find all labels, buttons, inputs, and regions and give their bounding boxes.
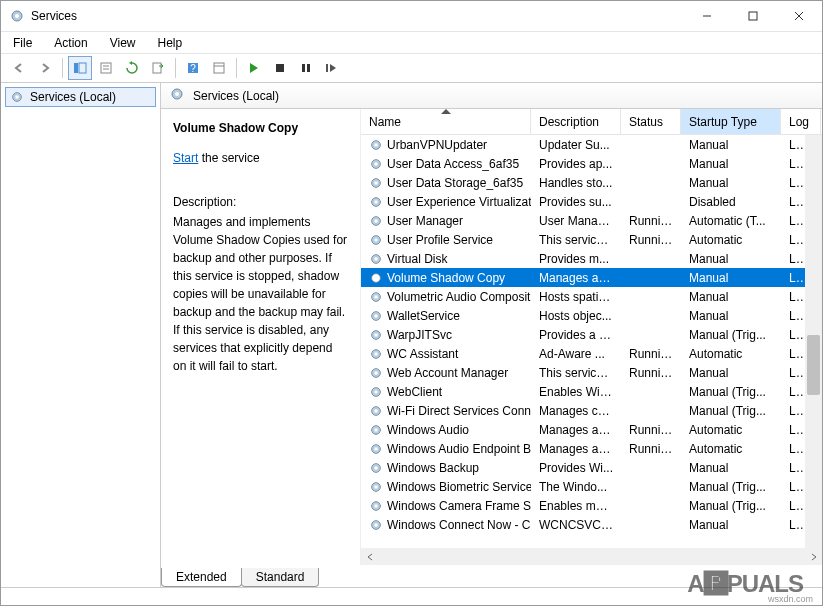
close-button[interactable]: [776, 1, 822, 31]
service-row[interactable]: User Data Storage_6af35Handles sto...Man…: [361, 173, 822, 192]
service-row[interactable]: User ManagerUser Manag...RunningAutomati…: [361, 211, 822, 230]
service-description: Provides su...: [531, 195, 621, 209]
service-startup: Manual: [681, 271, 781, 285]
description-text: Manages and implements Volume Shadow Cop…: [173, 213, 348, 375]
svg-rect-11: [153, 63, 161, 73]
gear-icon: [369, 195, 383, 209]
gear-icon: [369, 461, 383, 475]
service-row[interactable]: User Profile ServiceThis service ...Runn…: [361, 230, 822, 249]
back-button[interactable]: [7, 56, 31, 80]
svg-rect-7: [79, 63, 86, 73]
refresh-button[interactable]: [120, 56, 144, 80]
column-header-status[interactable]: Status: [621, 109, 681, 134]
tree-item-services-local[interactable]: Services (Local): [5, 87, 156, 107]
export-button[interactable]: [146, 56, 170, 80]
service-description: Provides m...: [531, 252, 621, 266]
service-startup: Automatic: [681, 423, 781, 437]
service-description: Provides a JI...: [531, 328, 621, 342]
stop-service-button[interactable]: [268, 56, 292, 80]
svg-rect-14: [214, 63, 224, 73]
service-name: Windows Biometric Service: [387, 480, 531, 494]
column-header-description[interactable]: Description: [531, 109, 621, 134]
service-row[interactable]: Windows Camera Frame Se...Enables mul...…: [361, 496, 822, 515]
service-startup: Manual (Trig...: [681, 328, 781, 342]
start-service-button[interactable]: [242, 56, 266, 80]
menu-help[interactable]: Help: [158, 36, 183, 50]
service-status: Running: [621, 347, 681, 361]
service-row[interactable]: WebClientEnables Win...Manual (Trig...Lo…: [361, 382, 822, 401]
list-body[interactable]: UrbanVPNUpdaterUpdater Su...ManualLocaUs…: [361, 135, 822, 548]
svg-rect-19: [326, 64, 328, 72]
service-status: Running: [621, 442, 681, 456]
menu-file[interactable]: File: [13, 36, 32, 50]
service-row[interactable]: Windows Biometric ServiceThe Windo...Man…: [361, 477, 822, 496]
column-header-name[interactable]: Name: [361, 109, 531, 134]
service-description: The Windo...: [531, 480, 621, 494]
svg-point-29: [374, 181, 378, 185]
service-description: Manages au...: [531, 423, 621, 437]
scroll-left-icon[interactable]: [361, 548, 378, 565]
service-description: Hosts spatia...: [531, 290, 621, 304]
service-startup: Automatic: [681, 442, 781, 456]
vertical-scrollbar[interactable]: [805, 135, 822, 548]
gear-icon: [369, 328, 383, 342]
service-status: Running: [621, 423, 681, 437]
service-name: Windows Backup: [387, 461, 479, 475]
forward-button[interactable]: [33, 56, 57, 80]
svg-point-53: [374, 409, 378, 413]
service-status: Running: [621, 233, 681, 247]
service-row[interactable]: Windows BackupProvides Wi...ManualLoca: [361, 458, 822, 477]
service-row[interactable]: Windows Connect Now - C...WCNCSVC ...Man…: [361, 515, 822, 534]
start-suffix: the service: [198, 151, 259, 165]
service-row[interactable]: Wi-Fi Direct Services Conne...Manages co…: [361, 401, 822, 420]
horizontal-scrollbar[interactable]: [361, 548, 822, 565]
service-name: Windows Camera Frame Se...: [387, 499, 531, 513]
minimize-button[interactable]: [684, 1, 730, 31]
service-name: UrbanVPNUpdater: [387, 138, 487, 152]
restart-service-button[interactable]: [320, 56, 344, 80]
service-name: User Data Storage_6af35: [387, 176, 523, 190]
gear-icon: [369, 480, 383, 494]
menu-view[interactable]: View: [110, 36, 136, 50]
service-name: Windows Audio Endpoint B...: [387, 442, 531, 456]
service-description: This service ...: [531, 233, 621, 247]
help-button[interactable]: ?: [181, 56, 205, 80]
svg-point-21: [15, 95, 19, 99]
service-row[interactable]: User Data Access_6af35Provides ap...Manu…: [361, 154, 822, 173]
service-row[interactable]: WarpJITSvcProvides a JI...Manual (Trig..…: [361, 325, 822, 344]
menu-action[interactable]: Action: [54, 36, 87, 50]
maximize-button[interactable]: [730, 1, 776, 31]
properties-button[interactable]: [94, 56, 118, 80]
service-row[interactable]: Volume Shadow CopyManages an...ManualLoc…: [361, 268, 822, 287]
show-hide-tree-button[interactable]: [68, 56, 92, 80]
scrollbar-thumb[interactable]: [807, 335, 820, 395]
svg-point-57: [374, 447, 378, 451]
gear-icon: [369, 233, 383, 247]
svg-point-49: [374, 371, 378, 375]
status-bar: [1, 587, 822, 605]
service-row[interactable]: User Experience Virtualizati...Provides …: [361, 192, 822, 211]
tab-extended[interactable]: Extended: [161, 568, 242, 587]
service-row[interactable]: WC AssistantAd-Aware ...RunningAutomatic…: [361, 344, 822, 363]
service-row[interactable]: Volumetric Audio Composit...Hosts spatia…: [361, 287, 822, 306]
service-row[interactable]: Windows AudioManages au...RunningAutomat…: [361, 420, 822, 439]
toolbar-extra-button[interactable]: [207, 56, 231, 80]
svg-point-59: [374, 466, 378, 470]
svg-rect-3: [749, 12, 757, 20]
service-row[interactable]: UrbanVPNUpdaterUpdater Su...ManualLoca: [361, 135, 822, 154]
tab-standard[interactable]: Standard: [241, 568, 320, 587]
service-row[interactable]: Web Account ManagerThis service ...Runni…: [361, 363, 822, 382]
svg-point-35: [374, 238, 378, 242]
service-row[interactable]: Virtual DiskProvides m...ManualLoca: [361, 249, 822, 268]
scroll-right-icon[interactable]: [805, 548, 822, 565]
start-service-link[interactable]: Start: [173, 151, 198, 165]
column-header-startup-type[interactable]: Startup Type: [681, 109, 781, 134]
right-pane: Services (Local) Volume Shadow Copy Star…: [161, 83, 822, 587]
pause-service-button[interactable]: [294, 56, 318, 80]
svg-rect-16: [276, 64, 284, 72]
service-row[interactable]: WalletServiceHosts objec...ManualLoca: [361, 306, 822, 325]
service-row[interactable]: Windows Audio Endpoint B...Manages au...…: [361, 439, 822, 458]
column-header-logon[interactable]: Log: [781, 109, 821, 134]
svg-point-31: [374, 200, 378, 204]
gear-icon: [369, 252, 383, 266]
